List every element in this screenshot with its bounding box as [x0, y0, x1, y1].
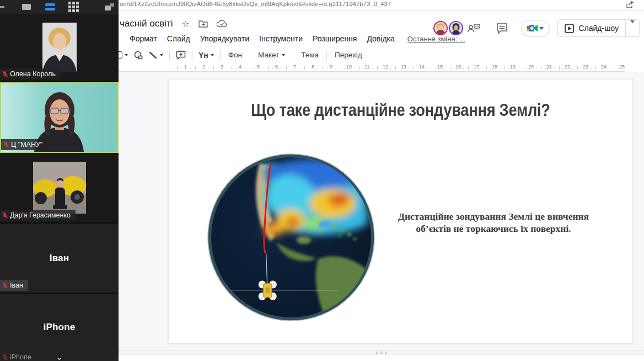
transition-button[interactable]: Перехід — [330, 49, 367, 61]
participant-name-chip: Дар'я Герасименко — [0, 210, 76, 221]
muted-mic-icon — [2, 71, 8, 77]
participant-tile[interactable]: Дар'я Герасименко — [0, 153, 119, 224]
participant-tile-active-speaker[interactable]: Ц "МАНУ" — [0, 82, 119, 153]
insert-comment-icon[interactable] — [173, 51, 189, 60]
slideshow-label: Слайд-шоу — [578, 24, 619, 33]
chevron-down-icon[interactable]: ⌄ — [0, 353, 119, 361]
google-meet-icon — [527, 24, 538, 33]
menu-slide[interactable]: Слайд — [163, 33, 194, 44]
speaker-notes-splitter[interactable] — [119, 350, 644, 354]
collaborator-avatar[interactable] — [449, 21, 463, 35]
collaborator-avatar[interactable] — [433, 21, 448, 35]
menu-tools[interactable]: Інструменти — [255, 33, 307, 44]
page-url[interactable]: on/d/1Xz2zcUImczmJ90QizAOd6-6E5y8xksDsQv… — [120, 1, 391, 7]
minimize-icon[interactable] — [0, 6, 4, 8]
strip-view-icon[interactable] — [45, 3, 55, 10]
menu-extensions[interactable]: Розширення — [309, 33, 361, 44]
muted-mic-icon — [2, 212, 8, 219]
popout-window-icon[interactable] — [105, 3, 114, 10]
theme-button[interactable]: Тема — [297, 49, 323, 61]
menu-bar: Формат Слайд Упорядкувати Інструменти Ро… — [126, 33, 465, 44]
slideshow-play-icon — [565, 24, 574, 33]
star-icon[interactable]: ☆ — [182, 19, 190, 29]
move-to-folder-icon[interactable] — [198, 20, 208, 28]
participant-name: Ц "МАНУ" — [11, 141, 42, 148]
earth-satellite-image[interactable] — [206, 152, 376, 322]
divider — [169, 50, 170, 60]
shape-tool-icon[interactable] — [131, 51, 146, 60]
meet-dropdown-caret — [539, 27, 544, 30]
participant-tile[interactable]: Олена Король — [0, 14, 119, 82]
slides-header: часній освіті ☆ Формат Слайд Упорядкуват… — [119, 11, 644, 47]
participant-name: Олена Король — [10, 70, 56, 78]
present-to-meeting-icon[interactable] — [466, 23, 481, 34]
slide-title[interactable]: Що таке дистанційне зондування Землі? — [196, 100, 604, 120]
muted-mic-icon — [2, 282, 8, 289]
screen: Олена Король — [0, 0, 644, 361]
line-tool-icon[interactable] — [146, 51, 166, 59]
participant-name-chip: Ц "МАНУ" — [1, 139, 47, 150]
participant-name-chip: Іван — [0, 280, 28, 291]
participant-tile[interactable]: iPhone iPhone ⌄ — [0, 294, 119, 361]
header-actions: Слайд-шоу — [432, 19, 640, 37]
divider — [293, 50, 293, 60]
meet-join-button[interactable] — [521, 20, 550, 36]
zoom-view-toolbar — [0, 0, 119, 14]
menu-arrange[interactable]: Упорядкувати — [196, 33, 253, 44]
custom-tool-label: Yн — [198, 51, 208, 60]
slide-body-text[interactable]: Дистанційне зондування Землі це вивчення… — [394, 210, 593, 235]
custom-tool-button[interactable]: Yн — [196, 51, 217, 60]
menu-format[interactable]: Формат — [126, 33, 161, 44]
participant-photo — [42, 23, 77, 72]
zoom-meeting-panel: Олена Король — [0, 0, 119, 361]
divider — [250, 50, 250, 60]
editor-canvas: Що таке дистанційне зондування Землі? — [119, 72, 644, 361]
participant-display-name: Іван — [50, 253, 69, 264]
gallery-view-icon[interactable] — [68, 2, 79, 12]
participant-photo — [33, 162, 86, 214]
speaker-notes-area[interactable] — [119, 354, 644, 361]
slide[interactable]: Що таке дистанційне зондування Землі? — [168, 79, 633, 343]
background-button[interactable]: Фон — [224, 49, 246, 61]
document-title[interactable]: часній освіті — [120, 18, 173, 29]
participant-display-name: iPhone — [44, 322, 76, 333]
comments-icon[interactable] — [496, 23, 508, 34]
menu-help[interactable]: Довідка — [363, 33, 398, 44]
browser-url-strip: on/d/1Xz2zcUImczmJ90QizAOd6-6E5y8xksDsQv… — [119, 0, 644, 11]
cropped-tool-icon[interactable] — [119, 51, 131, 59]
muted-mic-icon — [3, 141, 9, 148]
layout-label: Макет — [258, 51, 279, 59]
ruler: 1234567891011121314151617181920212223242… — [119, 63, 625, 72]
slideshow-button[interactable]: Слайд-шоу — [557, 19, 640, 37]
participant-name-chip: Олена Король — [0, 68, 61, 79]
document-title-row: часній освіті ☆ — [119, 17, 227, 31]
speaker-view-icon[interactable] — [22, 4, 31, 10]
share-icon[interactable] — [626, 1, 634, 9]
participant-tile[interactable]: Іван Іван — [0, 224, 119, 294]
participant-name: Дар'я Герасименко — [10, 211, 71, 219]
divider — [326, 50, 327, 60]
cloud-status-icon[interactable] — [217, 20, 227, 28]
divider — [220, 50, 221, 60]
layout-button[interactable]: Макет — [254, 49, 289, 61]
slides-toolbar: Yн Фон Макет Тема Перехід — [119, 47, 644, 63]
divider — [192, 50, 192, 60]
participant-name: Іван — [10, 282, 23, 289]
slideshow-dropdown-caret[interactable] — [626, 23, 639, 33]
